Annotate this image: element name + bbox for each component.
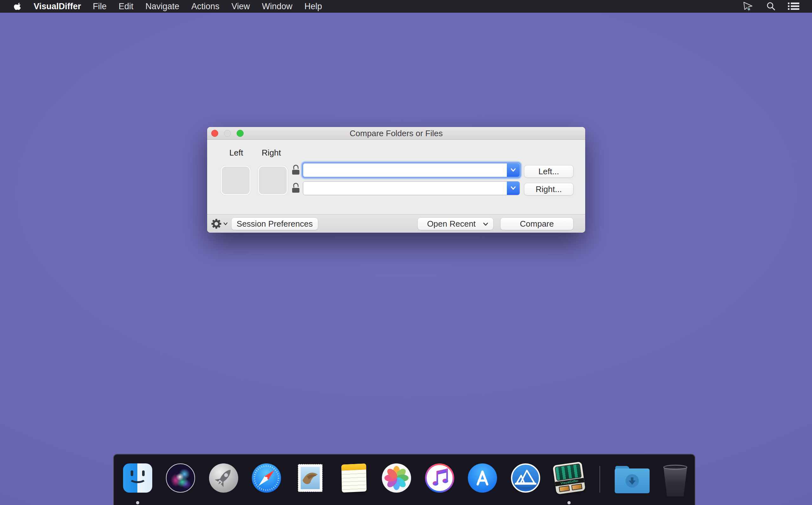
right-browse-button[interactable]: Right... bbox=[524, 183, 573, 195]
dock-photos-icon[interactable] bbox=[382, 464, 411, 493]
dock-separator bbox=[599, 466, 600, 493]
menu-window[interactable]: Window bbox=[256, 2, 298, 11]
left-folder-drop-well[interactable] bbox=[221, 166, 251, 195]
dock-app-store-icon[interactable] bbox=[468, 464, 497, 493]
menu-status-area bbox=[742, 0, 799, 13]
apple-logo-icon bbox=[14, 2, 22, 11]
right-folder-drop-well[interactable] bbox=[258, 166, 288, 195]
right-column-label: Right bbox=[262, 148, 281, 158]
dock-launchpad-icon[interactable] bbox=[209, 464, 238, 493]
left-browse-button[interactable]: Left... bbox=[524, 165, 573, 178]
dock-mountain-app-icon[interactable] bbox=[511, 464, 540, 493]
menu-file[interactable]: File bbox=[87, 2, 113, 11]
right-lock-icon[interactable] bbox=[292, 183, 300, 193]
finder-running-indicator bbox=[136, 501, 139, 504]
right-path-input[interactable] bbox=[304, 182, 504, 194]
session-preferences-button[interactable]: Session Preferences bbox=[231, 217, 318, 230]
left-path-dropdown-button[interactable] bbox=[507, 163, 520, 177]
menu-app-name[interactable]: VisualDiffer bbox=[28, 2, 87, 11]
stamp-bird-image bbox=[301, 467, 320, 489]
gear-icon bbox=[211, 219, 221, 229]
search-icon[interactable] bbox=[765, 1, 777, 11]
dialog-title-bar[interactable]: Compare Folders or Files bbox=[207, 127, 585, 140]
dock-mail-icon[interactable] bbox=[296, 464, 325, 493]
visualdiffer-running-indicator bbox=[567, 501, 571, 504]
apple-menu[interactable] bbox=[8, 2, 28, 11]
dock-safari-icon[interactable] bbox=[252, 464, 281, 493]
left-path-combobox bbox=[303, 163, 520, 177]
chevron-down-icon bbox=[510, 186, 516, 190]
left-lock-icon[interactable] bbox=[292, 165, 300, 175]
app-store-a-icon bbox=[468, 464, 497, 493]
dock-finder-icon[interactable] bbox=[123, 464, 152, 493]
menu-edit[interactable]: Edit bbox=[112, 2, 140, 11]
notification-list-icon[interactable] bbox=[788, 1, 799, 11]
dock: VisualDiffer bbox=[113, 454, 695, 505]
left-column-label: Left bbox=[229, 148, 243, 158]
open-recent-label: Open Recent bbox=[427, 219, 476, 229]
menu-view[interactable]: View bbox=[226, 2, 256, 11]
flower-icon bbox=[382, 464, 411, 493]
dock-siri-icon[interactable] bbox=[166, 464, 195, 493]
open-recent-dropdown[interactable]: Open Recent bbox=[418, 217, 494, 230]
right-path-dropdown-button[interactable] bbox=[507, 182, 520, 195]
compare-button[interactable]: Compare bbox=[500, 217, 573, 230]
dialog-bottom-bar: Session Preferences Open Recent Compare bbox=[207, 214, 585, 233]
compass-icon bbox=[252, 464, 281, 493]
mountain-icon bbox=[512, 465, 539, 491]
chevron-down-icon bbox=[223, 222, 228, 225]
dialog-title: Compare Folders or Files bbox=[207, 127, 585, 140]
dock-downloads-folder-icon[interactable] bbox=[615, 466, 649, 493]
dock-itunes-icon[interactable] bbox=[425, 464, 454, 493]
menu-actions[interactable]: Actions bbox=[185, 2, 226, 11]
menu-bar: VisualDiffer File Edit Navigate Actions … bbox=[0, 0, 812, 13]
download-arrow-icon bbox=[625, 474, 639, 488]
chevron-down-icon bbox=[510, 168, 516, 172]
left-path-input[interactable] bbox=[304, 164, 504, 176]
dock-notes-icon[interactable] bbox=[339, 464, 368, 493]
compare-dialog-window: Compare Folders or Files Left Right Left… bbox=[207, 127, 585, 233]
menu-navigate[interactable]: Navigate bbox=[140, 2, 186, 11]
action-menu-button[interactable] bbox=[211, 219, 228, 229]
menu-help[interactable]: Help bbox=[298, 2, 328, 11]
rocket-icon bbox=[209, 464, 238, 493]
dock-trash-icon[interactable] bbox=[661, 464, 690, 496]
right-path-combobox bbox=[303, 181, 520, 195]
pointer-status-icon[interactable] bbox=[742, 1, 754, 11]
chevron-down-icon bbox=[483, 222, 488, 226]
dock-visualdiffer-icon[interactable]: VisualDiffer bbox=[554, 464, 584, 493]
music-note-icon bbox=[425, 464, 454, 493]
